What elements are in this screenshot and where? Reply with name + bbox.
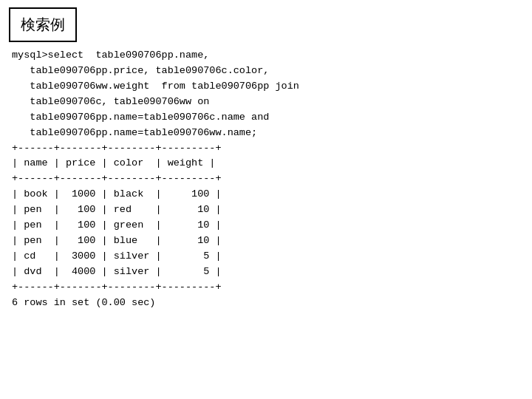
table-separator: +------+-------+--------+---------+ (12, 143, 222, 154)
table-separator: +------+-------+--------+---------+ (12, 173, 222, 184)
query-line: table090706pp.name=table090706ww.name; (12, 127, 257, 138)
table-header: | name | price | color | weight | (12, 157, 215, 168)
content-area: mysql>select table090706pp.name, table09… (0, 48, 532, 311)
query-line: table090706pp.price, table090706c.color, (12, 65, 269, 76)
query-line: table090706ww.weight from table090706pp … (12, 81, 299, 92)
page-title: 検索例 (21, 16, 65, 33)
table-row: | pen | 100 | red | 10 | (12, 204, 222, 215)
table-separator: +------+-------+--------+---------+ (12, 282, 222, 293)
title-bar: 検索例 (9, 7, 77, 42)
table-row: | dvd | 4000 | silver | 5 | (12, 266, 222, 277)
table-row: | book | 1000 | black | 100 | (12, 188, 222, 200)
result-footer: 6 rows in set (0.00 sec) (12, 297, 155, 308)
query-line: table090706pp.name=table090706c.name and (12, 112, 269, 123)
table-row: | pen | 100 | green | 10 | (12, 219, 222, 231)
query-line: table090706c, table090706ww on (12, 96, 209, 107)
table-row: | pen | 100 | blue | 10 | (12, 235, 222, 246)
table-row: | cd | 3000 | silver | 5 | (12, 250, 222, 262)
query-line: mysql>select table090706pp.name, (12, 50, 209, 61)
